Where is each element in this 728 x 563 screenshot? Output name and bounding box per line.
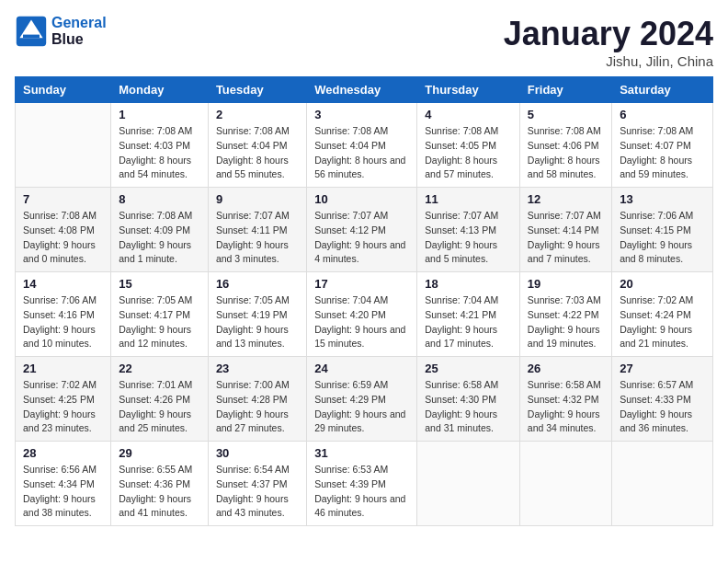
day-number: 26: [528, 362, 604, 375]
day-number: 21: [23, 362, 103, 375]
calendar-cell: 19Sunrise: 7:03 AMSunset: 4:22 PMDayligh…: [519, 272, 611, 357]
calendar-week-row: 14Sunrise: 7:06 AMSunset: 4:16 PMDayligh…: [16, 272, 713, 357]
day-number: 31: [314, 446, 409, 460]
calendar-cell: 11Sunrise: 7:07 AMSunset: 4:13 PMDayligh…: [417, 188, 520, 272]
day-number: 3: [314, 108, 409, 121]
day-number: 18: [425, 277, 512, 291]
day-info: Sunrise: 7:08 AMSunset: 4:03 PMDaylight:…: [119, 124, 200, 182]
calendar-cell: 24Sunrise: 6:59 AMSunset: 4:29 PMDayligh…: [307, 357, 417, 442]
logo-text: General Blue: [51, 15, 107, 47]
calendar-cell: 14Sunrise: 7:06 AMSunset: 4:16 PMDayligh…: [16, 272, 111, 357]
day-number: 22: [119, 362, 200, 375]
calendar-cell: 23Sunrise: 7:00 AMSunset: 4:28 PMDayligh…: [208, 357, 306, 442]
day-info: Sunrise: 7:03 AMSunset: 4:22 PMDaylight:…: [528, 293, 604, 351]
calendar-cell: 2Sunrise: 7:08 AMSunset: 4:04 PMDaylight…: [208, 103, 306, 188]
day-info: Sunrise: 6:53 AMSunset: 4:39 PMDaylight:…: [314, 463, 409, 521]
logo-icon: [15, 15, 48, 48]
day-info: Sunrise: 7:08 AMSunset: 4:04 PMDaylight:…: [216, 124, 299, 182]
calendar-cell: 20Sunrise: 7:02 AMSunset: 4:24 PMDayligh…: [612, 272, 713, 357]
calendar-cell: 27Sunrise: 6:57 AMSunset: 4:33 PMDayligh…: [612, 357, 713, 442]
calendar-cell: 26Sunrise: 6:58 AMSunset: 4:32 PMDayligh…: [519, 357, 611, 442]
day-info: Sunrise: 7:00 AMSunset: 4:28 PMDaylight:…: [216, 378, 299, 436]
day-number: 1: [119, 108, 200, 121]
day-info: Sunrise: 7:08 AMSunset: 4:08 PMDaylight:…: [23, 209, 103, 267]
day-number: 19: [528, 277, 604, 291]
day-info: Sunrise: 7:06 AMSunset: 4:16 PMDaylight:…: [23, 293, 103, 351]
day-number: 16: [216, 277, 299, 291]
calendar-cell: 28Sunrise: 6:56 AMSunset: 4:34 PMDayligh…: [16, 442, 111, 526]
day-info: Sunrise: 7:08 AMSunset: 4:07 PMDaylight:…: [620, 124, 705, 182]
day-number: 17: [314, 277, 409, 291]
day-number: 24: [314, 362, 409, 375]
day-number: 5: [528, 108, 604, 121]
day-number: 29: [119, 446, 200, 460]
calendar-cell: 16Sunrise: 7:05 AMSunset: 4:19 PMDayligh…: [208, 272, 306, 357]
calendar-cell: 5Sunrise: 7:08 AMSunset: 4:06 PMDaylight…: [519, 103, 611, 188]
weekday-header: Friday: [519, 77, 611, 103]
calendar-cell: 9Sunrise: 7:07 AMSunset: 4:11 PMDaylight…: [208, 188, 306, 272]
calendar-cell: [417, 442, 520, 526]
day-info: Sunrise: 6:56 AMSunset: 4:34 PMDaylight:…: [23, 463, 103, 521]
weekday-header-row: SundayMondayTuesdayWednesdayThursdayFrid…: [16, 77, 713, 103]
calendar-cell: 13Sunrise: 7:06 AMSunset: 4:15 PMDayligh…: [612, 188, 713, 272]
day-info: Sunrise: 7:04 AMSunset: 4:21 PMDaylight:…: [425, 293, 512, 351]
calendar-cell: 18Sunrise: 7:04 AMSunset: 4:21 PMDayligh…: [417, 272, 520, 357]
calendar-cell: 29Sunrise: 6:55 AMSunset: 4:36 PMDayligh…: [111, 442, 209, 526]
calendar-cell: 30Sunrise: 6:54 AMSunset: 4:37 PMDayligh…: [208, 442, 306, 526]
day-number: 23: [216, 362, 299, 375]
calendar-cell: [612, 442, 713, 526]
calendar-week-row: 1Sunrise: 7:08 AMSunset: 4:03 PMDaylight…: [16, 103, 713, 188]
calendar-cell: 3Sunrise: 7:08 AMSunset: 4:04 PMDaylight…: [307, 103, 417, 188]
calendar-cell: 10Sunrise: 7:07 AMSunset: 4:12 PMDayligh…: [307, 188, 417, 272]
day-number: 25: [425, 362, 512, 375]
day-number: 2: [216, 108, 299, 121]
day-info: Sunrise: 7:08 AMSunset: 4:09 PMDaylight:…: [119, 209, 200, 267]
day-info: Sunrise: 7:07 AMSunset: 4:11 PMDaylight:…: [216, 209, 299, 267]
day-number: 4: [425, 108, 512, 121]
calendar-cell: 21Sunrise: 7:02 AMSunset: 4:25 PMDayligh…: [16, 357, 111, 442]
day-number: 11: [425, 192, 512, 206]
logo: General Blue: [15, 15, 107, 48]
day-number: 12: [528, 192, 604, 206]
day-info: Sunrise: 7:01 AMSunset: 4:26 PMDaylight:…: [119, 378, 200, 436]
calendar-cell: [519, 442, 611, 526]
day-number: 30: [216, 446, 299, 460]
calendar-week-row: 28Sunrise: 6:56 AMSunset: 4:34 PMDayligh…: [16, 442, 713, 526]
day-info: Sunrise: 7:04 AMSunset: 4:20 PMDaylight:…: [314, 293, 409, 351]
calendar-cell: 31Sunrise: 6:53 AMSunset: 4:39 PMDayligh…: [307, 442, 417, 526]
day-info: Sunrise: 7:06 AMSunset: 4:15 PMDaylight:…: [620, 209, 705, 267]
title-block: January 2024 Jishu, Jilin, China: [504, 15, 713, 69]
day-info: Sunrise: 7:02 AMSunset: 4:24 PMDaylight:…: [620, 293, 705, 351]
day-number: 20: [620, 277, 705, 291]
calendar-cell: 1Sunrise: 7:08 AMSunset: 4:03 PMDaylight…: [111, 103, 209, 188]
weekday-header: Wednesday: [307, 77, 417, 103]
month-title: January 2024: [504, 15, 713, 53]
weekday-header: Sunday: [16, 77, 111, 103]
day-info: Sunrise: 6:59 AMSunset: 4:29 PMDaylight:…: [314, 378, 409, 436]
day-info: Sunrise: 7:02 AMSunset: 4:25 PMDaylight:…: [23, 378, 103, 436]
calendar-table: SundayMondayTuesdayWednesdayThursdayFrid…: [15, 76, 713, 526]
svg-rect-2: [23, 35, 40, 39]
day-number: 13: [620, 192, 705, 206]
day-info: Sunrise: 6:58 AMSunset: 4:32 PMDaylight:…: [528, 378, 604, 436]
calendar-cell: 25Sunrise: 6:58 AMSunset: 4:30 PMDayligh…: [417, 357, 520, 442]
day-number: 6: [620, 108, 705, 121]
day-number: 27: [620, 362, 705, 375]
day-info: Sunrise: 6:55 AMSunset: 4:36 PMDaylight:…: [119, 463, 200, 521]
calendar-week-row: 7Sunrise: 7:08 AMSunset: 4:08 PMDaylight…: [16, 188, 713, 272]
day-info: Sunrise: 7:05 AMSunset: 4:19 PMDaylight:…: [216, 293, 299, 351]
day-info: Sunrise: 7:08 AMSunset: 4:04 PMDaylight:…: [314, 124, 409, 182]
calendar-cell: 15Sunrise: 7:05 AMSunset: 4:17 PMDayligh…: [111, 272, 209, 357]
calendar-week-row: 21Sunrise: 7:02 AMSunset: 4:25 PMDayligh…: [16, 357, 713, 442]
day-info: Sunrise: 7:07 AMSunset: 4:14 PMDaylight:…: [528, 209, 604, 267]
weekday-header: Monday: [111, 77, 209, 103]
day-number: 7: [23, 192, 103, 206]
day-number: 9: [216, 192, 299, 206]
weekday-header: Tuesday: [208, 77, 306, 103]
day-number: 8: [119, 192, 200, 206]
weekday-header: Thursday: [417, 77, 520, 103]
day-number: 10: [314, 192, 409, 206]
calendar-cell: 8Sunrise: 7:08 AMSunset: 4:09 PMDaylight…: [111, 188, 209, 272]
calendar-cell: 22Sunrise: 7:01 AMSunset: 4:26 PMDayligh…: [111, 357, 209, 442]
day-info: Sunrise: 7:08 AMSunset: 4:06 PMDaylight:…: [528, 124, 604, 182]
